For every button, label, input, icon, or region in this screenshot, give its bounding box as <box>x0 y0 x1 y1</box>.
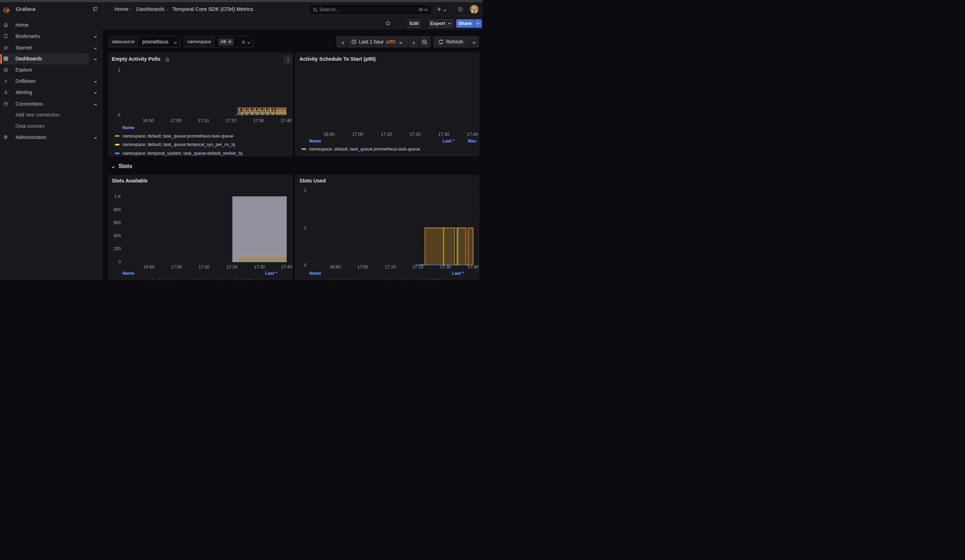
svg-text:namespace: default; task_queue: namespace: default; task_queue:prometheu… <box>123 134 233 139</box>
svg-text:0: 0 <box>118 259 121 264</box>
svg-text:2: 2 <box>304 188 306 193</box>
svg-text:17:30: 17:30 <box>254 264 265 269</box>
svg-text:Last *: Last * <box>443 139 455 144</box>
svg-text:16:50: 16:50 <box>330 264 341 269</box>
svg-text:16:50: 16:50 <box>142 118 153 123</box>
svg-text:17:00: 17:00 <box>352 132 363 137</box>
svg-text:Max: Max <box>468 139 476 144</box>
svg-text:17:00: 17:00 <box>171 264 182 269</box>
svg-text:0: 0 <box>304 263 306 267</box>
svg-text:17:20: 17:20 <box>409 132 420 137</box>
svg-text:17:40: 17:40 <box>281 264 291 269</box>
svg-text:17:40: 17:40 <box>467 132 478 137</box>
svg-text:namespace: default; task_queue: namespace: default; task_queue:prometheu… <box>309 278 449 280</box>
svg-text:17:30: 17:30 <box>440 264 451 269</box>
svg-text:17:20: 17:20 <box>225 118 236 123</box>
svg-text:1: 1 <box>118 68 120 73</box>
svg-text:1: 1 <box>304 225 306 230</box>
svg-text:400: 400 <box>113 233 121 238</box>
svg-text:16:50: 16:50 <box>324 132 334 137</box>
svg-text:Name: Name <box>123 271 134 276</box>
svg-text:Name: Name <box>309 139 321 144</box>
svg-text:namespace: temporal_system; ta: namespace: temporal_system; task_queue:d… <box>123 151 242 156</box>
svg-text:17:00: 17:00 <box>357 264 368 269</box>
svg-text:17:30: 17:30 <box>253 118 264 123</box>
svg-text:17:10: 17:10 <box>385 264 396 269</box>
svg-text:Name: Name <box>123 125 134 130</box>
svg-text:Last *: Last * <box>265 271 277 276</box>
svg-text:600: 600 <box>113 220 121 225</box>
svg-text:Name: Name <box>309 271 321 276</box>
svg-text:namespace: default; task_queue: namespace: default; task_queue:prometheu… <box>309 147 420 152</box>
svg-text:17:00: 17:00 <box>170 118 181 123</box>
svg-text:17:20: 17:20 <box>412 264 423 269</box>
svg-text:Last *: Last * <box>452 271 464 276</box>
svg-text:17:30: 17:30 <box>438 132 449 137</box>
svg-text:16:50: 16:50 <box>143 264 154 269</box>
svg-text:17:10: 17:10 <box>381 132 392 137</box>
svg-text:17:40: 17:40 <box>280 118 291 123</box>
svg-text:namespace: default; task_queue: namespace: default; task_queue:prometheu… <box>123 278 262 280</box>
svg-text:17:40: 17:40 <box>468 264 479 269</box>
svg-text:17:10: 17:10 <box>198 264 209 269</box>
svg-text:17:10: 17:10 <box>198 118 209 123</box>
svg-text:1 K: 1 K <box>114 194 121 199</box>
svg-text:namespace: default; task_queue: namespace: default; task_queue:temporal_… <box>123 142 235 147</box>
svg-text:200: 200 <box>113 247 121 251</box>
svg-text:0: 0 <box>118 113 120 118</box>
svg-text:17:20: 17:20 <box>226 264 237 269</box>
svg-text:800: 800 <box>113 207 121 212</box>
